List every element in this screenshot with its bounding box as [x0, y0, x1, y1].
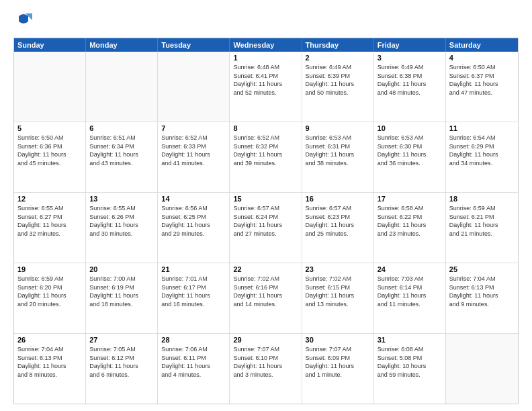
day-content: Sunrise: 6:59 AMSunset: 6:21 PMDaylight:…: [449, 204, 515, 238]
calendar-cell-29: 29Sunrise: 7:07 AMSunset: 6:10 PMDayligh…: [230, 334, 302, 404]
day-content: Sunrise: 7:02 AMSunset: 6:15 PMDaylight:…: [306, 275, 370, 308]
day-content: Sunrise: 6:48 AMSunset: 6:41 PMDaylight:…: [233, 63, 298, 97]
day-content: Sunrise: 7:07 AMSunset: 6:09 PMDaylight:…: [306, 345, 370, 379]
day-content: Sunrise: 6:52 AMSunset: 6:33 PMDaylight:…: [161, 134, 226, 167]
day-content: Sunrise: 7:03 AMSunset: 6:14 PMDaylight:…: [378, 275, 442, 308]
day-number: 23: [306, 265, 370, 273]
calendar-cell-6: 6Sunrise: 6:51 AMSunset: 6:34 PMDaylight…: [86, 122, 158, 192]
day-number: 29: [233, 336, 298, 344]
calendar-body: 1Sunrise: 6:48 AMSunset: 6:41 PMDaylight…: [14, 52, 518, 404]
calendar-cell-17: 17Sunrise: 6:58 AMSunset: 6:22 PMDayligh…: [374, 193, 446, 263]
calendar-cell-15: 15Sunrise: 6:57 AMSunset: 6:24 PMDayligh…: [230, 193, 302, 263]
day-content: Sunrise: 6:54 AMSunset: 6:29 PMDaylight:…: [449, 134, 515, 167]
calendar-row-4: 26Sunrise: 7:04 AMSunset: 6:13 PMDayligh…: [14, 334, 518, 404]
day-content: Sunrise: 6:57 AMSunset: 6:24 PMDaylight:…: [233, 204, 298, 238]
day-number: 28: [161, 336, 226, 344]
calendar-cell-empty: [446, 334, 518, 404]
calendar-cell-empty: [86, 52, 158, 122]
day-content: Sunrise: 6:50 AMSunset: 6:37 PMDaylight:…: [449, 63, 515, 97]
header-day-saturday: Saturday: [446, 38, 518, 52]
calendar-cell-27: 27Sunrise: 7:05 AMSunset: 6:12 PMDayligh…: [86, 334, 158, 404]
day-number: 1: [233, 54, 298, 62]
calendar-row-2: 12Sunrise: 6:55 AMSunset: 6:27 PMDayligh…: [14, 193, 518, 263]
calendar-cell-1: 1Sunrise: 6:48 AMSunset: 6:41 PMDaylight…: [230, 52, 302, 122]
calendar-cell-28: 28Sunrise: 7:06 AMSunset: 6:11 PMDayligh…: [158, 334, 230, 404]
calendar-cell-8: 8Sunrise: 6:52 AMSunset: 6:32 PMDaylight…: [230, 122, 302, 192]
calendar-cell-10: 10Sunrise: 6:53 AMSunset: 6:30 PMDayligh…: [374, 122, 446, 192]
calendar-cell-31: 31Sunrise: 6:08 AMSunset: 5:08 PMDayligh…: [374, 334, 446, 404]
day-number: 10: [378, 124, 442, 132]
day-number: 7: [161, 124, 226, 132]
day-number: 5: [17, 124, 82, 132]
day-content: Sunrise: 6:52 AMSunset: 6:32 PMDaylight:…: [233, 134, 298, 167]
calendar-cell-14: 14Sunrise: 6:56 AMSunset: 6:25 PMDayligh…: [158, 193, 230, 263]
calendar-cell-16: 16Sunrise: 6:57 AMSunset: 6:23 PMDayligh…: [302, 193, 374, 263]
calendar-cell-19: 19Sunrise: 6:59 AMSunset: 6:20 PMDayligh…: [14, 263, 86, 333]
day-content: Sunrise: 7:06 AMSunset: 6:11 PMDaylight:…: [161, 345, 226, 379]
day-number: 26: [17, 336, 82, 344]
page-header: [13, 11, 519, 31]
day-number: 20: [89, 265, 154, 273]
calendar: SundayMondayTuesdayWednesdayThursdayFrid…: [13, 38, 519, 404]
calendar-header: SundayMondayTuesdayWednesdayThursdayFrid…: [14, 38, 518, 52]
calendar-cell-24: 24Sunrise: 7:03 AMSunset: 6:14 PMDayligh…: [374, 263, 446, 333]
day-content: Sunrise: 6:59 AMSunset: 6:20 PMDaylight:…: [17, 275, 82, 308]
day-content: Sunrise: 7:02 AMSunset: 6:16 PMDaylight:…: [233, 275, 298, 308]
calendar-cell-26: 26Sunrise: 7:04 AMSunset: 6:13 PMDayligh…: [14, 334, 86, 404]
day-number: 30: [306, 336, 370, 344]
calendar-row-0: 1Sunrise: 6:48 AMSunset: 6:41 PMDaylight…: [14, 52, 518, 122]
day-content: Sunrise: 6:57 AMSunset: 6:23 PMDaylight:…: [306, 204, 370, 238]
calendar-cell-9: 9Sunrise: 6:53 AMSunset: 6:31 PMDaylight…: [302, 122, 374, 192]
day-content: Sunrise: 6:51 AMSunset: 6:34 PMDaylight:…: [89, 134, 154, 167]
calendar-cell-7: 7Sunrise: 6:52 AMSunset: 6:33 PMDaylight…: [158, 122, 230, 192]
calendar-cell-3: 3Sunrise: 6:49 AMSunset: 6:38 PMDaylight…: [374, 52, 446, 122]
day-content: Sunrise: 6:50 AMSunset: 6:36 PMDaylight:…: [17, 134, 82, 167]
day-number: 13: [89, 195, 154, 203]
calendar-cell-empty: [14, 52, 86, 122]
day-number: 18: [449, 195, 515, 203]
day-number: 14: [161, 195, 226, 203]
day-content: Sunrise: 7:04 AMSunset: 6:13 PMDaylight:…: [449, 275, 515, 308]
day-number: 31: [378, 336, 442, 344]
calendar-cell-18: 18Sunrise: 6:59 AMSunset: 6:21 PMDayligh…: [446, 193, 518, 263]
day-content: Sunrise: 6:56 AMSunset: 6:25 PMDaylight:…: [161, 204, 226, 238]
logo: [13, 11, 36, 31]
calendar-cell-2: 2Sunrise: 6:49 AMSunset: 6:39 PMDaylight…: [302, 52, 374, 122]
day-number: 21: [161, 265, 226, 273]
day-number: 16: [306, 195, 370, 203]
header-day-monday: Monday: [86, 38, 158, 52]
day-number: 4: [449, 54, 515, 62]
day-content: Sunrise: 6:49 AMSunset: 6:38 PMDaylight:…: [378, 63, 442, 97]
day-content: Sunrise: 6:53 AMSunset: 6:30 PMDaylight:…: [378, 134, 442, 167]
calendar-cell-20: 20Sunrise: 7:00 AMSunset: 6:19 PMDayligh…: [86, 263, 158, 333]
day-number: 9: [306, 124, 370, 132]
day-number: 3: [378, 54, 442, 62]
day-number: 27: [89, 336, 154, 344]
day-content: Sunrise: 7:01 AMSunset: 6:17 PMDaylight:…: [161, 275, 226, 308]
day-number: 11: [449, 124, 515, 132]
day-number: 15: [233, 195, 298, 203]
day-content: Sunrise: 7:05 AMSunset: 6:12 PMDaylight:…: [89, 345, 154, 379]
day-number: 12: [17, 195, 82, 203]
day-number: 22: [233, 265, 298, 273]
day-content: Sunrise: 6:55 AMSunset: 6:26 PMDaylight:…: [89, 204, 154, 238]
day-content: Sunrise: 6:53 AMSunset: 6:31 PMDaylight:…: [306, 134, 370, 167]
calendar-cell-30: 30Sunrise: 7:07 AMSunset: 6:09 PMDayligh…: [302, 334, 374, 404]
calendar-cell-11: 11Sunrise: 6:54 AMSunset: 6:29 PMDayligh…: [446, 122, 518, 192]
day-number: 24: [378, 265, 442, 273]
calendar-row-1: 5Sunrise: 6:50 AMSunset: 6:36 PMDaylight…: [14, 122, 518, 193]
day-number: 2: [306, 54, 370, 62]
calendar-cell-4: 4Sunrise: 6:50 AMSunset: 6:37 PMDaylight…: [446, 52, 518, 122]
day-content: Sunrise: 7:04 AMSunset: 6:13 PMDaylight:…: [17, 345, 82, 379]
calendar-cell-22: 22Sunrise: 7:02 AMSunset: 6:16 PMDayligh…: [230, 263, 302, 333]
day-number: 6: [89, 124, 154, 132]
header-day-tuesday: Tuesday: [158, 38, 230, 52]
calendar-cell-12: 12Sunrise: 6:55 AMSunset: 6:27 PMDayligh…: [14, 193, 86, 263]
day-content: Sunrise: 6:08 AMSunset: 5:08 PMDaylight:…: [378, 345, 442, 379]
logo-icon: [13, 11, 34, 31]
header-day-wednesday: Wednesday: [230, 38, 302, 52]
header-day-sunday: Sunday: [14, 38, 86, 52]
day-number: 19: [17, 265, 82, 273]
header-day-thursday: Thursday: [302, 38, 374, 52]
day-number: 8: [233, 124, 298, 132]
